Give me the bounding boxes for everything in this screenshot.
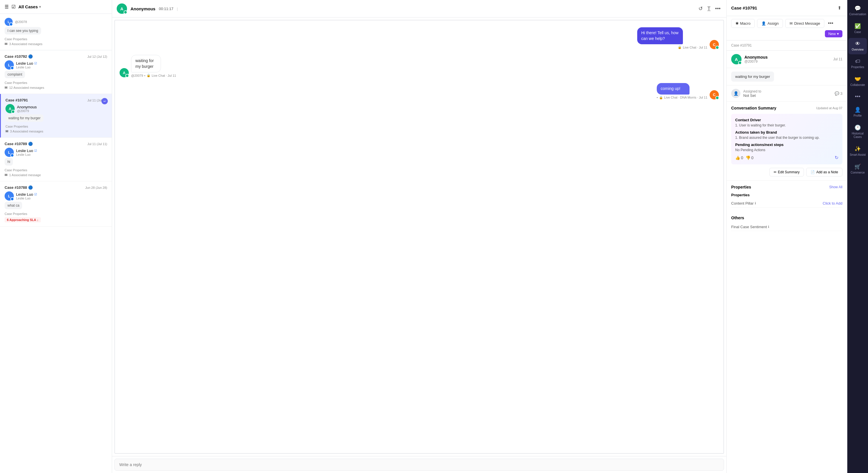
lock-icon: 🔒 — [659, 96, 663, 99]
meta-text: Live Chat · DNA Morris · Jul 11 — [664, 96, 707, 99]
sidebar-item-label: Overview — [851, 48, 864, 52]
sidebar-item-collaborate[interactable]: 🤝 Collaborate — [848, 73, 867, 90]
sidebar-item-label: Case — [854, 30, 861, 34]
case-item-header: Case #10789 🔵 Jul 11 (Jul 11) — [5, 142, 107, 146]
meta-text: Live Chat · Jul 11 — [683, 46, 707, 49]
show-all-button[interactable]: Show All — [829, 185, 842, 189]
sidebar-item-case[interactable]: ✅ Case — [848, 20, 867, 37]
info-toolbar-more-button[interactable]: ••• — [827, 19, 834, 28]
case-item-selected[interactable]: ↩ Case #10791 Jul 11 (Jul 11) A Anonymou… — [0, 94, 112, 138]
case-username: Leslie Luo ☑ — [16, 192, 37, 196]
commerce-icon: 🛒 — [855, 163, 861, 170]
info-case-id: Case #10791 — [731, 5, 757, 10]
contact-driver-title: Contact Driver — [735, 118, 838, 122]
case-message-text: complaint — [5, 71, 25, 78]
comment-count: 💬 3 — [835, 91, 842, 96]
thumbs-up-button[interactable]: 👍 0 — [735, 155, 743, 160]
contact-avatar: A — [731, 54, 742, 64]
sidebar-item-smart-assist[interactable]: ✨ Smart Assist — [848, 143, 867, 159]
avatar: L — [5, 148, 14, 157]
case-props: Case Properties — [5, 168, 107, 172]
chat-more-button[interactable]: ••• — [714, 5, 722, 13]
chat-timer: 00:11:17 — [159, 7, 174, 11]
smart-assist-icon: ✨ — [855, 146, 861, 152]
historical-cases-icon: 🕐 — [855, 124, 861, 131]
case-item-header: Case #10791 Jul 11 (Jul 11) — [5, 98, 107, 102]
case-item-header: Case #10792 🔵 Jul 12 (Jul 12) — [5, 54, 107, 59]
sidebar-item-conversation[interactable]: 💬 Conversation — [848, 2, 867, 19]
message-bubble-container: coming up! • 🔒 Live Chat · DNA Morris · … — [657, 83, 707, 99]
conversation-icon: 💬 — [855, 5, 861, 11]
chat-meta: @20079 • 🔒 Live Chat · Jul 11 — [131, 73, 177, 77]
menu-icon[interactable]: ☰ — [5, 4, 9, 9]
case-item[interactable]: Case #10792 🔵 Jul 12 (Jul 12) L Leslie L… — [0, 50, 112, 94]
chat-bubble: coming up! — [657, 83, 690, 95]
reply-input[interactable] — [114, 459, 724, 471]
assign-icon: 👤 — [762, 21, 766, 26]
sidebar-item-label: Smart Assist — [849, 153, 866, 157]
assign-button[interactable]: 👤 Assign — [757, 19, 783, 28]
case-id: Case #10792 🔵 — [5, 54, 33, 59]
cases-list: Case #10792 🔵 Jul 12 (Jul 12) L Leslie L… — [0, 50, 112, 473]
case-item[interactable]: Case #10788 🔵 Jun 28 (Jun 28) L Leslie L… — [0, 181, 112, 227]
pending-text: No Pending Actions — [735, 148, 838, 152]
summary-actions: ✏ Edit Summary 📄 Add as a Note — [731, 168, 842, 177]
direct-message-button[interactable]: ✉ Direct Message — [785, 19, 824, 28]
nav-sidebar: 💬 Conversation ✅ Case 👁 Overview 🏷 Prope… — [847, 0, 868, 473]
case-assoc: ✉ 3 Associated messages — [5, 129, 107, 133]
chat-header: A Anonymous 00:11:17 | ↺ T ••• — [112, 0, 726, 18]
info-icon: ℹ — [755, 201, 756, 205]
case-props-label: Case Properties — [5, 37, 27, 41]
sla-badge: 6 Approaching SLA ↓ — [5, 217, 41, 222]
avatar-badge — [715, 46, 719, 50]
edit-summary-button[interactable]: ✏ Edit Summary — [769, 168, 804, 177]
add-as-note-button[interactable]: 📄 Add as a Note — [806, 168, 842, 177]
sidebar-item-overview[interactable]: 👁 Overview — [848, 38, 867, 54]
sidebar-item-properties[interactable]: 🏷 Properties — [848, 56, 867, 72]
reply-icon: ↩ — [101, 98, 108, 104]
case-username: Anonymous — [17, 105, 37, 109]
chat-meta: 🔒 Live Chat · Jul 11 — [637, 45, 707, 49]
sidebar-item-commerce[interactable]: 🛒 Commerce — [848, 161, 867, 177]
prop-value[interactable]: Click to Add — [823, 201, 842, 206]
final-sentiment-label: Final Case Sentiment ℹ — [731, 225, 769, 229]
others-title: Others — [731, 216, 842, 220]
all-cases-checkbox-icon[interactable]: ☑ — [11, 4, 16, 9]
translate-button[interactable]: T — [706, 5, 712, 13]
refresh-button[interactable]: ↺ — [697, 4, 704, 13]
prop-item: Content Pillar ℹ Click to Add — [731, 199, 842, 208]
case-handle: @20078 — [15, 20, 27, 24]
info-share-button[interactable]: ⬆ — [836, 4, 842, 12]
cases-chevron-icon[interactable]: ▾ — [39, 5, 41, 9]
sidebar-item-profile[interactable]: 👤 Profile — [848, 104, 867, 120]
avatar-badge — [10, 197, 14, 201]
avatar-badge — [11, 110, 15, 114]
case-id: Case #10791 — [5, 98, 28, 102]
chat-body: C Hi there! Tell us, how can we help? 🔒 … — [114, 20, 724, 454]
macro-button[interactable]: ✱ Macro — [731, 19, 755, 28]
avatar-badge — [738, 61, 742, 65]
avatar-badge — [10, 66, 14, 70]
comment-icon: 💬 — [835, 91, 839, 96]
separator: • — [657, 96, 658, 99]
case-user-row: L Leslie Luo ☑ Leslie Luo — [5, 191, 107, 200]
thumbs-down-button[interactable]: 👎 0 — [746, 155, 754, 160]
sidebar-item-label: Collaborate — [850, 83, 865, 87]
avatar-badge — [124, 10, 127, 14]
avatar-badge — [125, 74, 129, 77]
badge-chevron-icon: ▾ — [837, 32, 839, 36]
macro-icon: ✱ — [736, 21, 739, 26]
case-user-handle: Leslie Luo — [16, 196, 37, 200]
case-icon: ✅ — [855, 23, 861, 29]
pending-title: Pending actions/next steps — [735, 143, 838, 147]
case-message-box: waiting for my burger — [726, 68, 847, 85]
sidebar-item-historical-cases[interactable]: 🕐 Historical Cases — [848, 122, 867, 142]
info-case-id-label: Case #10791 — [726, 40, 847, 51]
avatar-badge — [10, 153, 14, 157]
sidebar-item-label: Conversation — [849, 13, 866, 16]
case-item[interactable]: Case #10789 🔵 Jul 11 (Jul 11) L Leslie L… — [0, 138, 112, 181]
summary-section: Conversation Summary Updated at Aug 07 C… — [726, 102, 847, 181]
new-status-badge[interactable]: New ▾ — [825, 30, 842, 37]
case-item-partial-top[interactable]: L @20078 I can see you typing Case Prope… — [0, 14, 112, 50]
sidebar-item-more[interactable]: ••• — [848, 91, 867, 103]
